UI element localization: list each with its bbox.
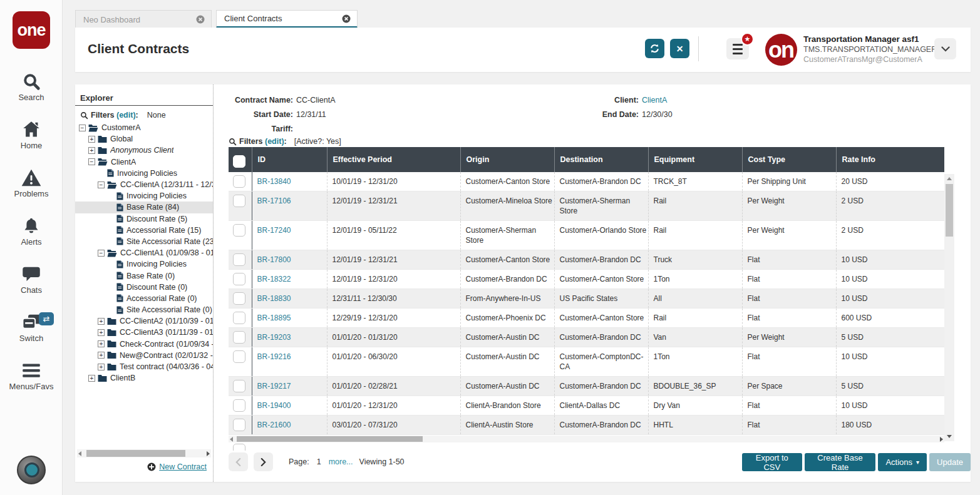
row-checkbox[interactable] [233, 253, 245, 266]
tree-item[interactable]: Invoicing Policies [75, 168, 214, 179]
collapse-toggle-icon[interactable]: − [98, 181, 105, 188]
new-contract-link[interactable]: New Contract [147, 462, 207, 471]
contract-id-link[interactable]: BR-17106 [257, 196, 291, 205]
tree-item[interactable]: −ClientA [75, 156, 214, 168]
contract-id-link[interactable]: BR-17800 [257, 255, 291, 264]
row-checkbox[interactable] [233, 444, 245, 451]
contract-id-link[interactable]: BR-18895 [257, 314, 291, 322]
tree-item[interactable]: Accessorial Rate (0) [75, 293, 214, 304]
tree-item[interactable]: +Anonymous Client [75, 145, 214, 156]
tree-item[interactable]: Site Accessorial Rate (0) [75, 304, 214, 315]
sidebar-item-problems[interactable]: Problems [0, 159, 63, 207]
more-pages-link[interactable]: more... [329, 457, 353, 466]
expand-toggle-icon[interactable]: + [88, 136, 95, 143]
swap-arrows-icon[interactable]: ⇄ [39, 312, 54, 325]
export-csv-button[interactable]: Export to CSV [742, 453, 802, 471]
tab-client-contracts[interactable]: Client Contracts [216, 10, 358, 28]
expand-toggle-icon[interactable]: + [98, 364, 105, 370]
prev-page-button[interactable] [229, 452, 248, 471]
tree-item[interactable]: Discount Rate (5) [75, 213, 214, 225]
tree-item[interactable]: +CC-ClientA3 (01/11/39 - 01/11/ [75, 327, 214, 338]
document-icon [116, 237, 123, 245]
tree-item[interactable]: +Global [75, 133, 214, 145]
expand-toggle-icon[interactable]: + [88, 147, 95, 154]
scrollbar-thumb[interactable] [237, 436, 423, 442]
contract-id-link[interactable]: BR-19216 [257, 352, 291, 361]
client-link[interactable]: ClientA [642, 96, 667, 105]
expand-toggle-icon[interactable]: + [98, 352, 105, 359]
cell-effective-period: 01/01/20 - 12/31/20 [327, 396, 460, 416]
tree-item[interactable]: Site Accessorial Rate (23) [75, 236, 214, 247]
contract-id-link[interactable]: BR-19203 [257, 333, 291, 342]
row-checkbox[interactable] [233, 380, 245, 392]
row-checkbox[interactable] [233, 175, 245, 188]
row-checkbox[interactable] [233, 399, 245, 412]
row-checkbox[interactable] [233, 312, 245, 324]
tree-item[interactable]: Base Rate (84) [75, 202, 214, 213]
tree-item[interactable]: −CustomerA [75, 122, 214, 133]
tree-item[interactable]: +ClientB [75, 372, 214, 384]
update-button[interactable]: Update [929, 453, 971, 471]
refresh-button[interactable] [645, 39, 664, 58]
table-filters-edit-link[interactable]: (edit) [265, 137, 284, 146]
tree-item[interactable]: +New@Contract (02/01/32 - 04/ [75, 350, 214, 361]
tree-item[interactable]: Base Rate (0) [75, 270, 214, 281]
tree-item[interactable]: Invoicing Policies [75, 258, 214, 270]
contract-id-link[interactable]: BR-17240 [257, 226, 291, 235]
collapse-toggle-icon[interactable]: − [98, 250, 105, 257]
row-checkbox[interactable] [233, 419, 245, 431]
sidebar-item-menus-favs[interactable]: Menus/Favs [0, 352, 63, 400]
select-all-checkbox[interactable] [233, 155, 245, 168]
collapse-toggle-icon[interactable]: − [88, 158, 95, 165]
contract-id-link[interactable]: BR-18322 [257, 275, 291, 283]
sidebar-item-alerts[interactable]: Alerts [0, 207, 63, 255]
table-vertical-scrollbar[interactable] [944, 174, 954, 441]
tree-item[interactable]: +Check-Contract (01/09/34 - 01. [75, 339, 214, 350]
explorer-horizontal-scrollbar[interactable] [77, 449, 211, 457]
row-checkbox[interactable] [233, 195, 245, 207]
sidebar-item-search[interactable]: Search [0, 63, 63, 111]
collapse-toggle-icon[interactable]: − [79, 125, 86, 131]
sidebar-item-home[interactable]: Home [0, 111, 63, 159]
contract-id-link[interactable]: BR-19217 [257, 382, 291, 390]
contract-id-link[interactable]: BR-19400 [257, 401, 291, 410]
expand-toggle-icon[interactable]: + [98, 329, 105, 336]
row-checkbox[interactable] [233, 273, 245, 285]
user-menu-chevron[interactable] [934, 38, 956, 59]
row-checkbox[interactable] [233, 292, 245, 305]
tree-item[interactable]: +Test contract (04/03/36 - 04/03 [75, 361, 214, 372]
close-circle-icon[interactable] [342, 14, 351, 23]
actions-dropdown-button[interactable]: Actions▾ [878, 453, 927, 471]
row-checkbox[interactable] [233, 350, 245, 363]
close-button[interactable]: ✕ [670, 39, 689, 58]
cell-destination: CustomerA-Canton Store [554, 270, 648, 289]
cell-destination: CustomerA-Sherman Store [554, 191, 648, 221]
assistant-logo-icon[interactable] [17, 456, 46, 484]
scrollbar-thumb[interactable] [86, 450, 185, 457]
search-icon [21, 72, 41, 91]
contract-id-link[interactable]: BR-21600 [257, 421, 291, 429]
scrollbar-thumb[interactable] [946, 184, 953, 237]
next-page-button[interactable] [254, 452, 273, 471]
expand-toggle-icon[interactable]: + [98, 318, 105, 325]
expand-toggle-icon[interactable]: + [98, 340, 105, 347]
tree-item[interactable]: −CC-ClientA1 (01/09/38 - 01/09/ [75, 247, 214, 258]
tree-item[interactable]: Discount Rate (0) [75, 282, 214, 293]
row-checkbox[interactable] [233, 331, 245, 344]
expand-toggle-icon[interactable]: + [88, 375, 95, 382]
contract-id-link[interactable]: BR-18830 [257, 294, 291, 303]
close-circle-icon[interactable] [196, 15, 205, 24]
tree-item[interactable]: Accessorial Rate (15) [75, 225, 214, 236]
table-horizontal-scrollbar[interactable] [229, 436, 944, 442]
tree-item[interactable]: Invoicing Policies [75, 190, 214, 202]
row-checkbox[interactable] [233, 224, 245, 237]
create-base-rate-button[interactable]: Create Base Rate [805, 453, 876, 471]
sidebar-item-switch[interactable]: Switch⇄ [0, 304, 63, 352]
explorer-filters-edit-link[interactable]: (edit) [116, 111, 136, 120]
tab-neo-dashboard[interactable]: Neo Dashboard [75, 10, 212, 28]
tree-item[interactable]: −CC-ClientA (12/31/11 - 12/30/3 [75, 179, 214, 190]
contract-id-link[interactable]: BR-13840 [257, 177, 291, 186]
tree-item[interactable]: +CC-ClientA2 (01/10/39 - 01/10/ [75, 315, 214, 327]
user-avatar[interactable]: on [765, 34, 797, 66]
sidebar-item-chats[interactable]: Chats [0, 255, 63, 304]
